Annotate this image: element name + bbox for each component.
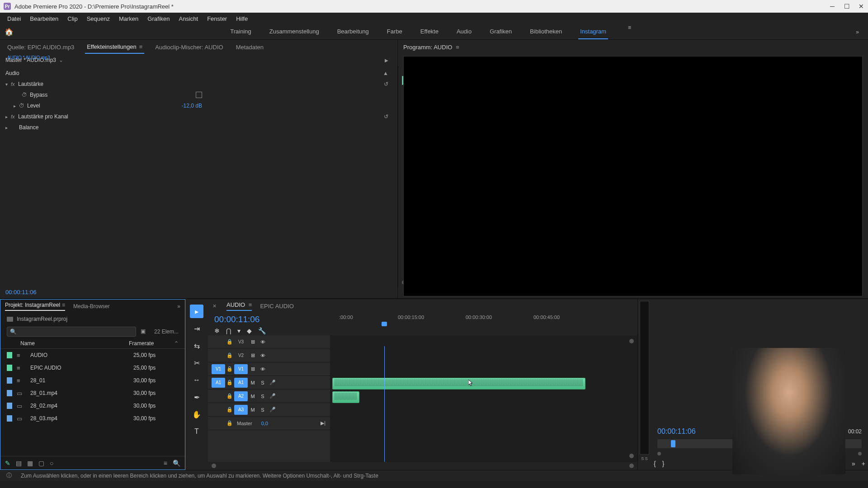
twirl-icon[interactable]: ▸ [5,114,11,119]
lock-icon[interactable]: 🔒 [225,339,234,345]
workspace-training[interactable]: Training [228,24,253,39]
reset-icon[interactable]: ↺ [384,113,388,120]
workspace-effekte[interactable]: Effekte [419,24,440,39]
sync-lock-icon[interactable]: ⊞ [248,366,258,372]
project-item[interactable]: ▭28_01.mp430,00 fps [0,387,185,399]
marker-icon[interactable]: ▾ [237,327,241,334]
timeline-ruler[interactable]: :00:00 00:00:15:00 00:00:30:00 00:00:45:… [330,313,637,325]
clip-name-label[interactable]: AUDIO * AUDIO.mp3 [5,54,52,66]
voice-icon[interactable]: 🎤 [268,407,278,413]
level-value[interactable]: -12,0 dB [182,103,202,109]
track-a3[interactable]: A3 [234,405,248,415]
solo-icon[interactable]: S [258,394,268,399]
workspace-overflow-icon[interactable]: » [847,29,868,35]
scroll-handle[interactable] [629,454,634,458]
solo-icon[interactable]: S [258,407,268,413]
zoom-handle[interactable] [657,452,661,455]
zoom-handle-right[interactable] [629,464,634,468]
freeform-view-icon[interactable]: ▢ [38,460,44,467]
scrub-handle[interactable] [671,440,675,447]
eye-icon[interactable]: 👁 [258,353,268,358]
project-item[interactable]: ≡AUDIO25,00 fps [0,349,185,361]
program-tab[interactable]: Programm: AUDIO [403,44,452,51]
tab-metadata[interactable]: Metadaten [234,41,265,53]
search-input[interactable]: 🔍 [7,327,136,337]
menu-grafiken[interactable]: Grafiken [143,14,174,24]
solo-icon[interactable]: S [258,380,268,385]
twirl-icon[interactable]: ▾ [5,82,11,87]
settings-icon[interactable]: 🔧 [258,327,266,334]
project-item[interactable]: ≡28_0130,00 fps [0,374,185,387]
sync-lock-icon[interactable]: ⊞ [248,352,258,358]
type-tool[interactable]: T [190,425,203,438]
collapse-icon[interactable]: ▲ [383,70,388,76]
track-content[interactable] [330,335,637,462]
goto-icon[interactable]: ▶| [321,420,326,426]
sort-icon[interactable]: ≡ [164,460,167,467]
tab-project[interactable]: Projekt: InstagramReel≡ [5,302,65,311]
voice-icon[interactable]: 🎤 [268,380,278,385]
expand-icon[interactable]: » [852,460,855,467]
eye-icon[interactable]: 👁 [258,339,268,345]
lock-icon[interactable]: 🔒 [225,352,234,358]
project-item[interactable]: ▭28_02.mp430,00 fps [0,399,185,412]
home-icon[interactable]: 🏠 [0,28,18,36]
new-item-icon[interactable]: ✎ [5,460,10,467]
play-icon[interactable]: ▶ [385,58,388,63]
playhead-icon[interactable] [382,322,387,326]
menu-hilfe[interactable]: Hilfe [231,14,252,24]
menu-clip[interactable]: Clip [63,14,82,24]
workspace-bearbeitung[interactable]: Bearbeitung [335,24,371,39]
list-view-icon[interactable]: ▤ [16,460,22,467]
workspace-menu-icon[interactable]: ≡ [623,24,637,39]
lock-icon[interactable]: 🔒 [225,380,234,385]
lock-icon[interactable]: 🔒 [225,393,234,399]
workspace-grafiken[interactable]: Grafiken [488,24,514,39]
razor-tool[interactable]: ✂ [190,356,203,370]
source-v1[interactable]: V1 [212,364,225,374]
column-name[interactable]: Name [7,340,129,347]
track-v3[interactable]: V3 [234,337,248,347]
mark-in-icon[interactable]: { [654,460,656,467]
stopwatch-icon[interactable]: ⏱ [19,103,27,109]
lock-icon[interactable]: 🔒 [225,366,234,372]
menu-ansicht[interactable]: Ansicht [174,14,203,24]
menu-sequenz[interactable]: Sequenz [82,14,114,24]
zoom-slider-icon[interactable]: ○ [50,460,53,467]
stopwatch-icon[interactable]: ⏱ [22,92,30,98]
tab-effect-controls[interactable]: Effekteinstellungen≡ [85,41,144,54]
zoom-handle-left[interactable] [212,464,216,468]
add-button-icon[interactable]: + [862,460,865,467]
menu-fenster[interactable]: Fenster [203,14,231,24]
bin-icon[interactable]: ▣ [141,328,150,335]
tab-audio-mixer[interactable]: Audioclip-Mischer: AUDIO [153,41,225,53]
close-tab-icon[interactable]: ✕ [212,303,217,309]
fx-icon[interactable]: fx [11,81,18,87]
tab-menu-icon[interactable]: ≡ [139,43,143,50]
twirl-icon[interactable]: ▸ [5,125,11,130]
tab-source[interactable]: Quelle: EPIC AUDIO.mp3 [5,41,76,53]
tab-menu-icon[interactable]: ≡ [456,44,459,51]
lock-icon[interactable]: 🔒 [225,420,234,426]
timeline-tab-audio[interactable]: AUDIO ≡ [226,301,252,311]
mark-out-icon[interactable]: } [662,460,665,467]
timeline-timecode[interactable]: 00:00:11:06 [214,314,324,324]
selection-tool[interactable]: ▸ [190,305,203,318]
source-a1[interactable]: A1 [212,378,225,388]
reset-icon[interactable]: ↺ [384,81,388,87]
tab-menu-icon[interactable]: ≡ [249,301,252,308]
bypass-checkbox[interactable] [196,92,202,98]
scroll-handle[interactable] [629,339,634,343]
twirl-icon[interactable]: ▸ [14,103,19,108]
workspace-bibliotheken[interactable]: Bibliotheken [528,24,564,39]
audio-clip-a1[interactable] [332,378,585,389]
minimize-button[interactable]: ─ [829,3,835,9]
workspace-audio[interactable]: Audio [455,24,473,39]
snap-icon[interactable]: ❄ [214,327,220,334]
master-value[interactable]: 0,0 [261,421,268,426]
ripple-edit-tool[interactable]: ⇆ [190,339,203,352]
sync-lock-icon[interactable]: ⊞ [248,339,258,345]
tab-media-browser[interactable]: Media-Browser [73,303,110,310]
track-select-tool[interactable]: ⇥ [190,322,203,335]
lock-icon[interactable]: 🔒 [225,407,234,413]
